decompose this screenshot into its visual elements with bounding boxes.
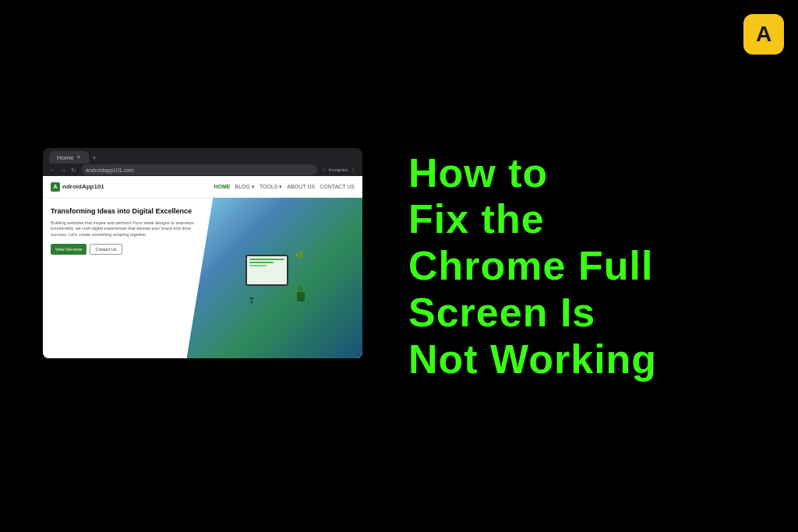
incognito-label: Incognito <box>329 167 348 172</box>
article-title-block: How to Fix the Chrome Full Screen Is Not… <box>408 150 751 382</box>
browser-actions: ☆ Incognito ⋮ <box>322 167 356 174</box>
hero-buttons: View Services Contact Us <box>51 244 196 255</box>
illustration-monitor <box>245 255 288 286</box>
site-hero: Transforming Ideas into Digital Excellen… <box>43 198 362 358</box>
logo-letter: A <box>756 22 772 47</box>
forward-icon: → <box>60 167 66 174</box>
illustration-person <box>295 286 306 303</box>
title-line3: Chrome Full <box>408 243 653 288</box>
hero-description: Building websites that inspire and perfo… <box>51 220 196 238</box>
browser-tabs: Home ✕ + <box>43 148 362 164</box>
nav-contactus: CONTACT US <box>320 184 355 189</box>
site-logo: A ndroidApp101 <box>51 182 104 192</box>
illustration-wrapper: T 🌿 <box>245 255 300 301</box>
site-nav-links: HOME BLOG ▾ TOOLS ▾ ABOUT US CONTACT US <box>214 184 355 190</box>
browser-screenshot: Home ✕ + ← → ↻ androidapp101.com ☆ Incog… <box>43 148 362 358</box>
title-line4: Screen Is <box>408 289 595 334</box>
plant-decoration: 🌿 <box>295 251 304 259</box>
browser-tab-home: Home ✕ <box>49 151 89 164</box>
tab-close-icon: ✕ <box>76 154 81 160</box>
app-logo-badge: A <box>743 14 784 55</box>
screen-line-1 <box>249 259 284 260</box>
new-tab-button: + <box>89 153 99 164</box>
screen-content <box>247 256 287 284</box>
person-body <box>297 292 305 301</box>
screen-line-3 <box>249 265 267 266</box>
browser-addressbar: ← → ↻ androidapp101.com ☆ Incognito ⋮ <box>43 164 362 176</box>
browser-chrome: Home ✕ + ← → ↻ androidapp101.com ☆ Incog… <box>43 148 362 176</box>
logo-a-box: A <box>51 182 60 192</box>
view-services-button[interactable]: View Services <box>51 244 87 255</box>
title-line5: Not Working <box>408 336 657 381</box>
t-letter-decoration: T <box>249 297 254 305</box>
tab-label: Home <box>57 154 73 161</box>
bookmark-icon: ☆ <box>322 167 327 173</box>
hero-left: Transforming Ideas into Digital Excellen… <box>51 207 196 255</box>
url-text: androidapp101.com <box>86 167 134 173</box>
screen-line-2 <box>249 262 274 263</box>
hero-illustration: T 🌿 <box>204 207 341 349</box>
menu-icon: ⋮ <box>350 167 356 174</box>
article-title: How to Fix the Chrome Full Screen Is Not… <box>408 150 751 382</box>
hero-title: Transforming Ideas into Digital Excellen… <box>51 207 196 217</box>
nav-aboutus: ABOUT US <box>287 184 315 189</box>
browser-content: A ndroidApp101 HOME BLOG ▾ TOOLS ▾ ABOUT… <box>43 176 362 358</box>
address-field: androidapp101.com <box>81 164 317 175</box>
site-navbar: A ndroidApp101 HOME BLOG ▾ TOOLS ▾ ABOUT… <box>43 176 362 198</box>
contact-us-button[interactable]: Contact Us <box>90 244 122 255</box>
person-head <box>298 286 303 291</box>
nav-tools: TOOLS ▾ <box>260 184 283 190</box>
title-line1: How to <box>408 150 548 195</box>
logo-text: ndroidApp101 <box>62 183 104 190</box>
nav-home: HOME <box>214 184 231 189</box>
nav-blog: BLOG ▾ <box>235 184 255 190</box>
back-icon: ← <box>49 167 55 174</box>
reload-icon: ↻ <box>71 167 76 174</box>
title-line2: Fix the <box>408 196 545 241</box>
